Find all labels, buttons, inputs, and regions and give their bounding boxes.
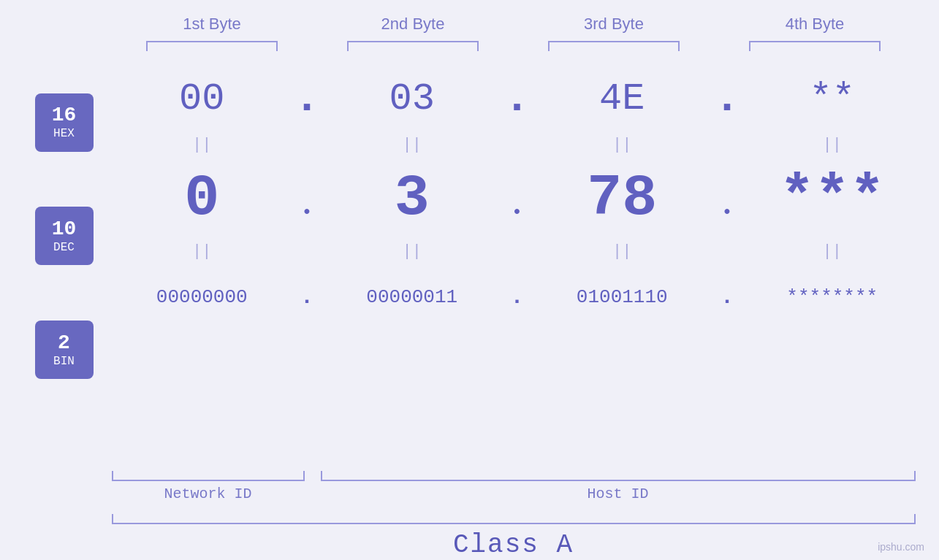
class-bar: Class A — [112, 514, 916, 560]
hex-val-2: 03 — [389, 77, 435, 120]
dec-row: 0 • 3 • 78 • *** — [112, 158, 923, 238]
bracket-top-1 — [146, 41, 278, 51]
dec-cell-3: 78 — [532, 165, 713, 231]
dec-label: DEC — [53, 241, 75, 254]
byte-header-1: 1st Byte — [112, 15, 313, 34]
dec-val-2: 3 — [395, 165, 430, 231]
eq1-1: || — [112, 136, 293, 154]
class-bracket-line — [112, 514, 916, 524]
hex-val-1: 00 — [179, 77, 224, 120]
bracket-cell-2 — [313, 41, 514, 51]
network-bracket — [112, 471, 305, 481]
host-bracket — [321, 471, 916, 481]
bin-cell-2: 00000011 — [322, 286, 503, 308]
dec-dot-2: • — [503, 203, 532, 223]
values-grid: 00 . 03 . 4E . ** || || — [112, 66, 923, 465]
main-container: 1st Byte 2nd Byte 3rd Byte 4th Byte 16 H… — [0, 0, 939, 560]
main-grid: 16 HEX 10 DEC 2 BIN 00 . 03 — [17, 66, 923, 465]
bin-val-3: 01001110 — [577, 286, 668, 308]
bin-val-4: ******** — [786, 286, 878, 308]
hex-badge: 16 HEX — [35, 93, 94, 152]
dec-dot-1: • — [292, 203, 322, 223]
eq1-2: || — [322, 136, 503, 154]
dec-val-4: *** — [780, 165, 885, 231]
bin-cell-4: ******** — [742, 286, 923, 308]
hex-label: HEX — [53, 127, 75, 140]
bin-dot-3: . — [712, 285, 742, 310]
equals-row-1: || || || || — [112, 131, 923, 158]
bin-label: BIN — [53, 355, 75, 368]
hex-row: 00 . 03 . 4E . ** — [112, 66, 923, 131]
bin-dot-1: . — [292, 285, 322, 310]
bracket-top-4 — [749, 41, 881, 51]
dec-dot-3: • — [712, 203, 742, 223]
bin-number: 2 — [58, 332, 70, 355]
eq2-2: || — [322, 242, 503, 261]
class-label: Class A — [112, 530, 916, 560]
dec-badge: 10 DEC — [35, 207, 94, 265]
hex-dot-2: . — [503, 74, 532, 123]
id-brackets-container — [112, 471, 916, 481]
dec-number: 10 — [52, 218, 77, 241]
bracket-top-2 — [347, 41, 479, 51]
hex-number: 16 — [52, 104, 77, 127]
dec-cell-4: *** — [742, 165, 923, 231]
hex-dot-3: . — [712, 74, 742, 123]
top-brackets — [112, 41, 916, 51]
hex-cell-2: 03 — [322, 77, 503, 120]
dec-cell-2: 3 — [322, 165, 503, 231]
hex-dot-1: . — [292, 74, 322, 123]
hex-val-3: 4E — [599, 77, 645, 120]
equals-row-2: || || || || — [112, 238, 923, 264]
bracket-cell-4 — [715, 41, 916, 51]
eq1-3: || — [532, 136, 713, 154]
bin-val-2: 00000011 — [366, 286, 457, 308]
bin-cell-3: 01001110 — [532, 286, 713, 308]
labels-column: 16 HEX 10 DEC 2 BIN — [17, 66, 112, 465]
hex-val-4: ** — [810, 77, 855, 120]
host-id-label: Host ID — [321, 486, 916, 502]
bracket-cell-1 — [112, 41, 313, 51]
hex-cell-4: ** — [742, 77, 923, 120]
bracket-top-3 — [548, 41, 680, 51]
byte-header-4: 4th Byte — [715, 15, 916, 34]
hex-cell-3: 4E — [532, 77, 713, 120]
bracket-cell-3 — [514, 41, 715, 51]
id-labels-row: Network ID Host ID — [112, 486, 916, 502]
eq2-1: || — [112, 242, 293, 261]
bin-dot-2: . — [503, 285, 532, 310]
byte-header-2: 2nd Byte — [313, 15, 514, 34]
dec-val-1: 0 — [184, 165, 219, 231]
bottom-section: Network ID Host ID — [112, 471, 916, 502]
bin-val-1: 00000000 — [156, 286, 248, 308]
byte-headers-row: 1st Byte 2nd Byte 3rd Byte 4th Byte — [112, 15, 916, 34]
dec-val-3: 78 — [587, 165, 657, 231]
hex-cell-1: 00 — [112, 77, 293, 120]
eq1-4: || — [742, 136, 923, 154]
eq2-4: || — [742, 242, 923, 261]
watermark: ipshu.com — [878, 541, 924, 553]
network-id-label: Network ID — [112, 486, 305, 502]
byte-header-3: 3rd Byte — [514, 15, 715, 34]
bin-cell-1: 00000000 — [112, 286, 293, 308]
dec-cell-1: 0 — [112, 165, 293, 231]
eq2-3: || — [532, 242, 713, 261]
bin-badge: 2 BIN — [35, 321, 94, 379]
bin-row: 00000000 . 00000011 . 01001110 . *******… — [112, 264, 923, 330]
